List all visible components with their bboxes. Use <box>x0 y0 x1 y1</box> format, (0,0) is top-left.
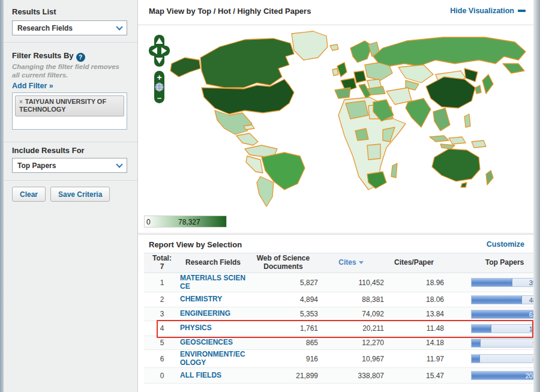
map-region[interactable] <box>236 133 258 145</box>
zoom-out-button[interactable]: − <box>157 94 162 103</box>
docs-value: 865 <box>248 339 318 347</box>
map-region[interactable] <box>292 31 328 60</box>
zoom-control[interactable]: + − <box>154 71 164 103</box>
map-region[interactable] <box>432 149 480 181</box>
map-region[interactable] <box>200 38 294 88</box>
map-region[interactable] <box>170 58 200 77</box>
map-region[interactable] <box>472 140 486 148</box>
top-papers-bar: 9 <box>471 339 538 348</box>
map-region[interactable] <box>475 85 481 94</box>
map-region[interactable] <box>391 163 397 178</box>
field-link[interactable]: MATERIALS SCIENCE <box>180 274 248 290</box>
minus-icon <box>518 10 526 12</box>
map-region[interactable] <box>335 88 350 98</box>
map-region[interactable] <box>215 110 252 134</box>
clear-button[interactable]: Clear <box>12 187 46 202</box>
map-region[interactable] <box>482 74 493 94</box>
docs-value: 5,827 <box>248 279 318 287</box>
results-list-selected: Research Fields <box>17 24 73 32</box>
table-row[interactable]: 6 ENVIRONMENT/ECOLOGY 916 10,967 11.97 8 <box>144 350 540 368</box>
cites-value: 338,807 <box>318 372 384 380</box>
hide-visualization-link[interactable]: Hide Visualization <box>450 7 526 15</box>
main-panel: Map View by Top / Hot / Highly Cited Pap… <box>138 0 540 392</box>
field-link[interactable]: GEOSCIENCES <box>180 339 248 346</box>
row-rank: 4 <box>146 324 178 333</box>
cites-per-paper-value: 11.97 <box>384 355 444 363</box>
table-row[interactable]: 3 ENGINEERING 5,353 74,092 13.84 63 <box>144 307 540 321</box>
add-filter-link[interactable]: Add Filter » <box>12 82 53 90</box>
map-region[interactable] <box>386 88 412 104</box>
table-row[interactable]: 0 ALL FIELDS 21,899 338,807 15.47 206 <box>144 368 540 384</box>
field-link[interactable]: ENGINEERING <box>180 310 248 318</box>
row-rank: 2 <box>146 295 178 304</box>
map-region[interactable] <box>440 144 455 149</box>
docs-value: 21,899 <box>248 372 318 380</box>
map-region[interactable] <box>503 64 524 73</box>
field-link[interactable]: ENVIRONMENT/ECOLOGY <box>180 351 248 366</box>
map-region[interactable] <box>257 176 274 207</box>
map-region[interactable] <box>433 108 450 131</box>
map-region[interactable] <box>354 71 366 83</box>
filter-tag-label: TAIYUAN UNIVERSITY OF TECHNOLOGY <box>19 98 106 113</box>
row-rank: 3 <box>146 310 178 318</box>
map-region[interactable] <box>406 98 431 127</box>
col-cites-sort[interactable]: Cites <box>318 259 384 267</box>
table-row[interactable]: 2 CHEMISTRY 4,894 88,381 18.06 48 <box>144 292 540 307</box>
cites-value: 10,967 <box>318 355 384 363</box>
cites-per-paper-value: 14.18 <box>384 339 444 347</box>
results-list-dropdown[interactable]: Research Fields <box>12 20 127 35</box>
cites-per-paper-value: 18.96 <box>384 279 444 287</box>
map-region[interactable] <box>449 137 466 144</box>
cites-per-paper-value: 11.48 <box>384 324 444 333</box>
map-region[interactable] <box>464 114 470 127</box>
sidebar-divider <box>0 42 138 43</box>
table-row[interactable]: 1 MATERIALS SCIENCE 5,827 110,452 18.96 … <box>144 273 540 292</box>
filter-tag[interactable]: ×TAIYUAN UNIVERSITY OF TECHNOLOGY <box>15 95 124 116</box>
zoom-in-button[interactable]: + <box>157 73 161 82</box>
choropleth-world-map[interactable] <box>167 30 535 210</box>
cites-value: 74,092 <box>318 310 384 318</box>
scrollbar[interactable] <box>533 0 540 392</box>
top-papers-bar: 8 <box>471 354 538 363</box>
field-link[interactable]: CHEMISTRY <box>180 295 248 303</box>
map-region[interactable] <box>355 128 368 140</box>
top-papers-bar: 206 <box>471 371 538 380</box>
map-region[interactable] <box>461 182 467 187</box>
filter-box: ×TAIYUAN UNIVERSITY OF TECHNOLOGY <box>12 92 127 130</box>
map-region[interactable] <box>486 170 493 185</box>
field-link[interactable]: ALL FIELDS <box>180 372 248 379</box>
map-region[interactable] <box>367 144 380 160</box>
esi-app-window: Results List Research Fields Filter Resu… <box>0 0 540 392</box>
map-region[interactable] <box>330 44 338 50</box>
header-divider <box>138 25 540 25</box>
docs-value: 916 <box>248 355 318 363</box>
sidebar-divider <box>0 142 138 142</box>
map-region[interactable] <box>246 156 263 173</box>
map-region[interactable] <box>332 68 338 76</box>
map-region[interactable] <box>464 68 478 82</box>
top-papers-bar: 48 <box>471 295 538 304</box>
help-icon[interactable]: ? <box>76 53 85 62</box>
cites-per-paper-value: 18.06 <box>384 295 444 304</box>
include-results-dropdown[interactable]: Top Papers <box>12 158 127 173</box>
row-rank: 5 <box>146 339 178 347</box>
map-region[interactable] <box>430 136 449 142</box>
cites-value: 20,211 <box>318 324 384 333</box>
table-row[interactable]: 5 GEOSCIENCES 865 12,270 14.18 9 <box>144 336 540 350</box>
customize-link[interactable]: Customize <box>487 240 524 249</box>
remove-filter-icon[interactable]: × <box>19 98 23 105</box>
col-top-papers: Top Papers <box>471 259 538 267</box>
map-region[interactable] <box>398 65 433 83</box>
cites-value: 88,381 <box>318 295 384 304</box>
docs-value: 5,353 <box>248 310 318 318</box>
col-wos-documents: Web of Science Documents <box>248 255 318 271</box>
table-row-physics-highlighted[interactable]: 4 PHYSICS 1,761 20,211 11.48 19 <box>144 321 540 336</box>
legend-max: 78,327 <box>178 218 200 226</box>
map-region[interactable] <box>426 77 475 108</box>
top-papers-bar: 63 <box>471 310 538 319</box>
save-criteria-button[interactable]: Save Criteria <box>50 187 110 202</box>
cites-value: 110,452 <box>318 279 384 287</box>
map-region[interactable] <box>244 125 254 130</box>
field-link[interactable]: PHYSICS <box>180 324 248 332</box>
map-region[interactable] <box>373 37 526 66</box>
